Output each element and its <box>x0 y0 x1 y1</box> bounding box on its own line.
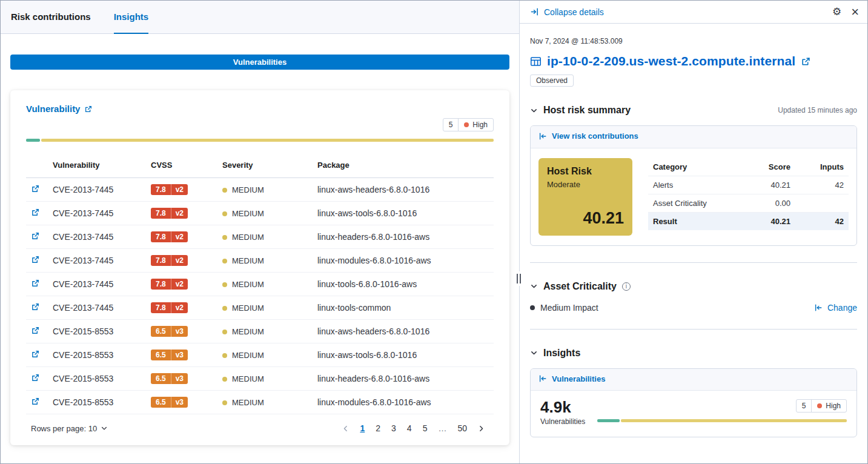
chevron-down-icon[interactable] <box>530 107 538 114</box>
host-name-link[interactable]: ip-10-0-2-209.us-west-2.compute.internal <box>547 54 795 68</box>
view-risk-contributions-link[interactable]: View risk contributions <box>538 131 638 141</box>
distribution-segment-low <box>26 139 40 142</box>
rows-per-page-button[interactable]: Rows per page: 10 <box>31 424 108 433</box>
header-inputs: Inputs <box>795 158 849 176</box>
header-category: Category <box>648 158 737 176</box>
chevron-down-icon[interactable] <box>530 349 538 357</box>
asset-criticality-value: Medium Impact <box>540 303 598 313</box>
insights-panel-body: 4.9k Vulnerabilities 5 High <box>531 391 856 437</box>
severity-label: MEDIUM <box>232 280 264 289</box>
package-name: linux-modules-6.8.0-1016-aws <box>313 249 494 273</box>
host-risk-panel: View risk contributions Host Risk Modera… <box>530 125 857 246</box>
tab-bar: Risk contributions Insights <box>1 1 519 34</box>
open-vulnerability-icon[interactable] <box>31 350 40 359</box>
gear-icon[interactable]: ⚙ <box>832 7 841 17</box>
table-footer: Rows per page: 10 1 2 3 4 5 … 50 <box>26 414 494 439</box>
close-icon[interactable]: × <box>851 5 859 19</box>
change-criticality-button[interactable]: Change <box>814 303 857 313</box>
open-vulnerability-icon[interactable] <box>31 302 40 311</box>
host-risk-card-title: Host Risk <box>547 166 624 177</box>
high-count: 5 <box>443 119 459 131</box>
open-vulnerability-icon[interactable] <box>31 208 40 217</box>
tab-risk-contributions[interactable]: Risk contributions <box>11 1 91 34</box>
risk-table-header-row: Category Score Inputs <box>648 158 849 176</box>
pagination: 1 2 3 4 5 … 50 <box>338 422 489 434</box>
package-name: linux-aws-tools-6.8.0-1016 <box>313 343 494 367</box>
vulnerabilities-count-block: 4.9k Vulnerabilities <box>540 399 585 426</box>
high-label: High <box>826 402 841 410</box>
severity-label: MEDIUM <box>232 233 264 242</box>
header-score: Score <box>737 158 795 176</box>
vulnerabilities-banner-button[interactable]: Vulnerabilities <box>10 55 509 70</box>
table-row: CVE-2013-7445 7.8v2 MEDIUM linux-tools-6… <box>26 273 494 296</box>
page-4[interactable]: 4 <box>403 422 416 434</box>
high-dot-icon <box>464 122 469 127</box>
severity-label: MEDIUM <box>232 209 264 218</box>
cvss-badge: 6.5v3 <box>151 326 188 337</box>
open-vulnerability-icon[interactable] <box>31 397 40 406</box>
table-row: CVE-2015-8553 6.5v3 MEDIUM linux-aws-too… <box>26 343 494 367</box>
previous-page-icon[interactable] <box>338 425 353 433</box>
table-row: CVE-2013-7445 7.8v2 MEDIUM linux-tools-c… <box>26 296 494 320</box>
external-link-icon <box>84 105 93 113</box>
severity-medium-dot-icon <box>222 235 227 240</box>
open-vulnerability-icon[interactable] <box>31 373 40 382</box>
page-1[interactable]: 1 <box>356 422 369 434</box>
collapse-details-button[interactable]: Collapse details <box>530 7 604 17</box>
header-severity: Severity <box>217 153 313 178</box>
package-name: linux-aws-tools-6.8.0-1016 <box>313 202 494 225</box>
page-50[interactable]: 50 <box>453 422 471 434</box>
table-row: CVE-2015-8553 6.5v3 MEDIUM linux-headers… <box>26 367 494 391</box>
host-risk-summary-header: Host risk summary Updated 15 minutes ago <box>530 105 857 116</box>
vulnerabilities-count: 4.9k <box>540 399 585 416</box>
open-vulnerability-icon[interactable] <box>31 326 40 335</box>
panel-resize-handle[interactable] <box>515 271 522 286</box>
host-risk-score-card: Host Risk Moderate 40.21 <box>538 158 632 236</box>
cvss-badge: 7.8v2 <box>151 184 188 195</box>
risk-table-row: Alerts 40.21 42 <box>648 176 849 194</box>
severity-label: MEDIUM <box>232 374 264 383</box>
risk-category: Asset Criticality <box>648 194 737 212</box>
host-grid-icon <box>530 56 542 67</box>
open-vulnerability-icon[interactable] <box>31 231 40 240</box>
risk-table-row: Asset Criticality 0.00 <box>648 194 849 212</box>
risk-score: 40.21 <box>737 212 795 230</box>
severity-distribution-bar <box>26 139 494 142</box>
open-vulnerability-icon[interactable] <box>31 184 40 193</box>
table-row: CVE-2013-7445 7.8v2 MEDIUM linux-aws-too… <box>26 202 494 225</box>
vulnerabilities-link-label: Vulnerabilities <box>552 374 605 383</box>
severity-medium-dot-icon <box>222 282 227 287</box>
severity-medium-dot-icon <box>222 211 227 216</box>
vulnerability-id: CVE-2013-7445 <box>48 296 146 320</box>
table-header-row: Vulnerability CVSS Severity Package <box>26 153 494 178</box>
vulnerability-id: CVE-2013-7445 <box>48 249 146 273</box>
vulnerability-id: CVE-2013-7445 <box>48 202 146 225</box>
severity-label: MEDIUM <box>232 327 264 336</box>
vulnerability-title-link[interactable]: Vulnerability <box>26 104 93 114</box>
page-5[interactable]: 5 <box>419 422 432 434</box>
open-vulnerability-icon[interactable] <box>31 279 40 288</box>
info-icon[interactable]: i <box>622 282 631 291</box>
chevron-down-icon[interactable] <box>530 282 538 290</box>
details-panel: Collapse details ⚙ × Nov 7, 2024 @ 11:48… <box>520 1 867 463</box>
tab-insights[interactable]: Insights <box>114 1 149 34</box>
severity-medium-dot-icon <box>222 400 227 405</box>
host-risk-panel-header: View risk contributions <box>531 126 856 148</box>
risk-inputs: 42 <box>795 176 849 194</box>
section-divider <box>530 329 857 330</box>
open-vulnerability-icon[interactable] <box>31 255 40 264</box>
host-title-row: ip-10-0-2-209.us-west-2.compute.internal <box>530 54 857 68</box>
rows-per-page-label: Rows per page: 10 <box>31 424 97 433</box>
arrow-to-bar-right-icon <box>530 7 539 16</box>
asset-criticality-header: Asset Criticality i <box>530 281 857 292</box>
external-link-icon[interactable] <box>801 56 811 67</box>
cvss-badge: 7.8v2 <box>151 279 188 290</box>
page-3[interactable]: 3 <box>387 422 400 434</box>
next-page-icon[interactable] <box>474 425 489 433</box>
impact-dot-icon <box>530 305 535 310</box>
left-content: Vulnerabilities Vulnerability 5 High <box>1 34 519 463</box>
page-2[interactable]: 2 <box>371 422 385 434</box>
vulnerabilities-link[interactable]: Vulnerabilities <box>538 374 605 383</box>
severity-medium-dot-icon <box>222 306 227 311</box>
table-row: CVE-2015-8553 6.5v3 MEDIUM linux-modules… <box>26 391 494 414</box>
